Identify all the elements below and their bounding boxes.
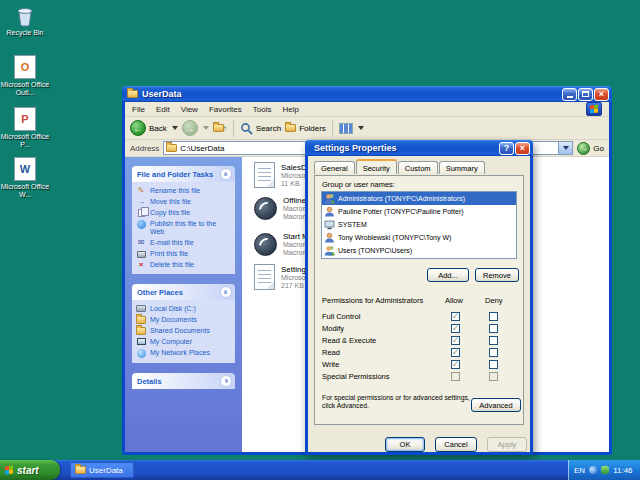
clock[interactable]: 11:46 (613, 466, 632, 475)
menu-view[interactable]: View (181, 105, 198, 114)
desktop-icon-label: Microsoft Office P... (0, 133, 50, 149)
remove-button[interactable]: Remove (475, 268, 519, 282)
panel-header[interactable]: File and Folder Tasks » (132, 166, 235, 182)
place-local-disk-c[interactable]: Local Disk (C:) (136, 305, 231, 313)
permission-full-control: Full Control (322, 312, 360, 322)
menu-tools[interactable]: Tools (253, 105, 272, 114)
views-button[interactable] (339, 123, 364, 134)
powerpoint-icon: P (0, 107, 50, 131)
place-shared-documents[interactable]: Shared Documents (136, 327, 231, 335)
address-value: C:\UserData (180, 144, 224, 153)
task-delete-this-file[interactable]: ×Delete this file (136, 261, 231, 269)
toolbar-separator (233, 120, 234, 137)
desktop-icon-office-word[interactable]: W Microsoft Office W... (0, 157, 50, 199)
desktop-icon-office-outlook[interactable]: O Microsoft Office Outl... (0, 55, 50, 97)
allow-checkbox-modify[interactable] (451, 324, 460, 333)
folder-up-icon (213, 124, 224, 132)
panel-header[interactable]: Other Places » (132, 284, 235, 300)
task-email-this-file[interactable]: ✉E-mail this file (136, 239, 231, 247)
go-button[interactable]: → Go (577, 142, 604, 155)
task-rename-this-file[interactable]: ✎Rename this file (136, 187, 231, 195)
place-my-network-places[interactable]: My Network Places (136, 349, 231, 358)
computer-icon (137, 338, 146, 345)
folders-icon (285, 124, 296, 132)
group-icon (324, 245, 335, 256)
ok-button[interactable]: OK (385, 437, 425, 452)
place-my-documents[interactable]: My Documents (136, 316, 231, 324)
task-publish-to-web[interactable]: Publish this file to the Web (136, 220, 231, 236)
maximize-button[interactable] (578, 88, 593, 101)
forward-button[interactable]: → (182, 120, 209, 136)
close-button[interactable]: × (594, 88, 609, 101)
task-move-this-file[interactable]: →Move this file (136, 198, 231, 206)
up-button[interactable]: ↑ (213, 124, 227, 133)
deny-checkbox-full-control[interactable] (489, 312, 498, 321)
collapse-chevron-icon[interactable]: » (220, 168, 232, 180)
folders-label: Folders (299, 124, 326, 133)
add-button[interactable]: Add... (427, 268, 469, 282)
start-button[interactable]: start (0, 460, 60, 480)
list-item-pauline-potter[interactable]: Pauline Potter (TONYPC\Pauline Potter) (322, 205, 516, 218)
minimize-button[interactable] (562, 88, 577, 101)
list-item-users[interactable]: Users (TONYPC\Users) (322, 244, 516, 257)
deny-checkbox-write[interactable] (489, 360, 498, 369)
tray-icon-2[interactable] (601, 466, 609, 474)
advanced-button[interactable]: Advanced (471, 398, 521, 412)
dialog-titlebar[interactable]: Settings Properties ? × (305, 140, 533, 156)
panel-header[interactable]: Details » (132, 373, 235, 389)
tab-general[interactable]: General (314, 161, 355, 174)
expand-chevron-icon[interactable]: » (220, 375, 232, 387)
security-tab-page: Group or user names: Administrators (TON… (314, 175, 524, 425)
dialog-close-button[interactable]: × (515, 142, 530, 155)
list-item-administrators[interactable]: Administrators (TONYPC\Administrators) (322, 192, 516, 205)
permission-write: Write (322, 360, 339, 370)
menu-help[interactable]: Help (282, 105, 298, 114)
tab-custom[interactable]: Custom (398, 161, 438, 174)
place-my-computer[interactable]: My Computer (136, 338, 231, 346)
word-icon: W (0, 157, 50, 181)
place-label: My Computer (150, 338, 192, 346)
allow-checkbox-read-execute[interactable] (451, 336, 460, 345)
menu-favorites[interactable]: Favorites (209, 105, 242, 114)
tab-summary[interactable]: Summary (439, 161, 485, 174)
permission-read: Read (322, 348, 340, 358)
place-label: Shared Documents (150, 327, 210, 335)
desktop-icon-recycle-bin[interactable]: Recycle Bin (0, 5, 50, 37)
list-item-tony-wroblewski[interactable]: Tony Wroblewski (TONYPC\Tony W) (322, 231, 516, 244)
desktop-icon-label: Microsoft Office Outl... (0, 81, 50, 97)
folders-button[interactable]: Folders (285, 124, 326, 133)
move-icon: → (136, 198, 146, 206)
disk-icon (136, 305, 146, 312)
allow-checkbox-full-control[interactable] (451, 312, 460, 321)
help-button[interactable]: ? (499, 142, 514, 155)
menu-edit[interactable]: Edit (156, 105, 170, 114)
search-button[interactable]: Search (240, 122, 281, 135)
group-user-list[interactable]: Administrators (TONYPC\Administrators) P… (321, 191, 517, 259)
desktop-icon-office-powerpoint[interactable]: P Microsoft Office P... (0, 107, 50, 149)
deny-checkbox-read-execute[interactable] (489, 336, 498, 345)
list-item-system[interactable]: SYSTEM (322, 218, 516, 231)
web-globe-icon (137, 220, 146, 229)
allow-checkbox-write[interactable] (451, 360, 460, 369)
tab-security[interactable]: Security (356, 159, 397, 174)
address-dropdown-button[interactable] (558, 142, 572, 154)
details-panel: Details » (132, 373, 235, 389)
menu-file[interactable]: File (132, 105, 145, 114)
forward-dropdown-icon (203, 126, 209, 130)
allow-checkbox-read[interactable] (451, 348, 460, 357)
task-print-this-file[interactable]: Print this file (136, 250, 231, 258)
taskbar-task-userdata[interactable]: UserData (70, 462, 134, 478)
cancel-button[interactable]: Cancel (435, 437, 477, 452)
task-label: E-mail this file (150, 239, 194, 247)
views-icon (339, 123, 353, 134)
start-label: start (17, 465, 39, 476)
toolbar-separator (332, 120, 333, 137)
deny-checkbox-modify[interactable] (489, 324, 498, 333)
task-copy-this-file[interactable]: Copy this file (136, 209, 231, 217)
deny-checkbox-read[interactable] (489, 348, 498, 357)
explorer-titlebar[interactable]: UserData × (122, 86, 612, 102)
tray-icon-1[interactable] (589, 466, 597, 474)
collapse-chevron-icon[interactable]: » (220, 286, 232, 298)
language-indicator[interactable]: EN (574, 466, 585, 475)
back-button[interactable]: ← Back (130, 120, 178, 136)
